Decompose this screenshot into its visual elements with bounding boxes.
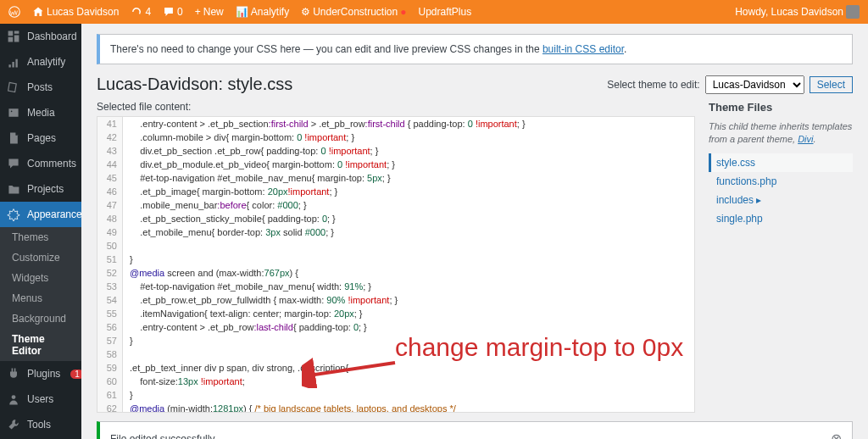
sidebar-item-pages[interactable]: Pages <box>0 125 81 151</box>
code-line[interactable]: 43 div.et_pb_section .et_pb_row{ padding… <box>97 144 694 158</box>
code-editor[interactable]: 41 .entry-content > .et_pb_section:first… <box>97 116 695 413</box>
code-line[interactable]: 46 .et_pb_image{ margin-bottom: 20px!imp… <box>97 185 694 198</box>
code-line[interactable]: 61} <box>97 388 694 402</box>
code-line[interactable]: 58 <box>97 347 694 361</box>
code-line[interactable]: 52@media screen and (max-width:767px) { <box>97 266 694 280</box>
code-line[interactable]: 53 #et-top-navigation #et_mobile_nav_men… <box>97 280 694 293</box>
theme-select-label: Select theme to edit: <box>607 79 699 91</box>
dismiss-notice-icon[interactable]: ⊗ <box>831 431 842 439</box>
sidebar-item-analytify[interactable]: Analytify <box>0 49 81 75</box>
code-line[interactable]: 42 .column-mobile > div{ margin-bottom: … <box>97 131 694 144</box>
success-notice: File edited successfully. ⊗ <box>97 421 853 439</box>
howdy-link[interactable]: Howdy, Lucas Davidson <box>735 5 860 19</box>
wp-logo[interactable] <box>8 6 20 18</box>
code-line[interactable]: 45 #et-top-navigation #et_mobile_nav_men… <box>97 171 694 185</box>
sidebar-item-tools[interactable]: Tools <box>0 412 81 437</box>
sidebar-item-media[interactable]: Media <box>0 100 81 125</box>
code-line[interactable]: 60 font-size:13px !important; <box>97 375 694 388</box>
main-content: There's no need to change your CSS here … <box>81 24 868 439</box>
code-line[interactable]: 48 .et_pb_section_sticky_mobile{ padding… <box>97 212 694 225</box>
code-line[interactable]: 62@media (min-width:1281px) { /* big lan… <box>97 402 694 413</box>
code-line[interactable]: 49 .et_mobile_menu{ border-top: 3px soli… <box>97 225 694 239</box>
theme-files-heading: Theme Files <box>709 101 853 114</box>
sidebar-item-posts[interactable]: Posts <box>0 75 81 100</box>
file-item-functionsphp[interactable]: functions.php <box>709 172 853 191</box>
sidebar-item-appearance[interactable]: Appearance <box>0 202 81 227</box>
code-line[interactable]: 44 div.et_pb_module.et_pb_video{ margin-… <box>97 158 694 171</box>
code-line[interactable]: 55 .itemNavigation{ text-align: center; … <box>97 307 694 320</box>
underconstruction-link[interactable]: ⚙ UnderConstruction ● <box>301 6 406 18</box>
code-line[interactable]: 51} <box>97 253 694 266</box>
file-item-stylecss[interactable]: style.css <box>709 153 853 172</box>
updraft-link[interactable]: UpdraftPlus <box>418 6 471 18</box>
sidebar-item-users[interactable]: Users <box>0 386 81 412</box>
file-item-singlephp[interactable]: single.php <box>709 209 853 228</box>
code-line[interactable]: 59.et_pb_text_inner div p span, div stro… <box>97 361 694 375</box>
analytify-link[interactable]: 📊 Analytify <box>236 6 289 18</box>
css-editor-notice: There's no need to change your CSS here … <box>97 34 853 64</box>
sidebar-sub-customize[interactable]: Customize <box>0 247 81 268</box>
sidebar-sub-themes[interactable]: Themes <box>0 227 81 247</box>
sidebar-item-dashboard[interactable]: Dashboard <box>0 24 81 49</box>
admin-sidebar: DashboardAnalytifyPostsMediaPagesComment… <box>0 24 81 439</box>
theme-files-desc: This child theme inherits templates from… <box>709 120 853 147</box>
site-link[interactable]: Lucas Davidson <box>32 6 119 18</box>
svg-point-1 <box>12 395 16 399</box>
selected-file-label: Selected file content: <box>97 101 695 113</box>
theme-select-button[interactable]: Select <box>810 76 853 93</box>
updates-link[interactable]: 4 <box>131 6 151 18</box>
code-line[interactable]: 56 .entry-content > .et_pb_row:last-chil… <box>97 320 694 334</box>
theme-select[interactable]: Lucas-Davidson <box>705 75 804 94</box>
sidebar-sub-theme-editor[interactable]: Theme Editor <box>0 329 81 361</box>
code-line[interactable]: 57} <box>97 334 694 347</box>
code-line[interactable]: 50 <box>97 239 694 253</box>
sidebar-sub-widgets[interactable]: Widgets <box>0 268 81 288</box>
code-line[interactable]: 47 .mobile_menu_bar:before{ color: #000;… <box>97 198 694 212</box>
css-editor-link[interactable]: built-in CSS editor <box>542 43 624 55</box>
comments-link[interactable]: 0 <box>163 6 183 18</box>
sidebar-sub-menus[interactable]: Menus <box>0 288 81 308</box>
sidebar-item-projects[interactable]: Projects <box>0 176 81 202</box>
new-link[interactable]: + New <box>195 6 224 18</box>
code-line[interactable]: 41 .entry-content > .et_pb_section:first… <box>97 117 694 131</box>
sidebar-item-plugins[interactable]: Plugins1 <box>0 361 81 386</box>
sidebar-item-comments[interactable]: Comments <box>0 151 81 176</box>
code-line[interactable]: 54 .et_pb_row.et_pb_row_fullwidth { max-… <box>97 293 694 307</box>
sidebar-sub-background[interactable]: Background <box>0 308 81 329</box>
file-item-includes[interactable]: includes ▸ <box>709 191 853 209</box>
admin-toolbar: Lucas Davidson 4 0 + New 📊 Analytify ⚙ U… <box>0 0 868 24</box>
page-title: Lucas-Davidson: style.css <box>97 75 292 94</box>
